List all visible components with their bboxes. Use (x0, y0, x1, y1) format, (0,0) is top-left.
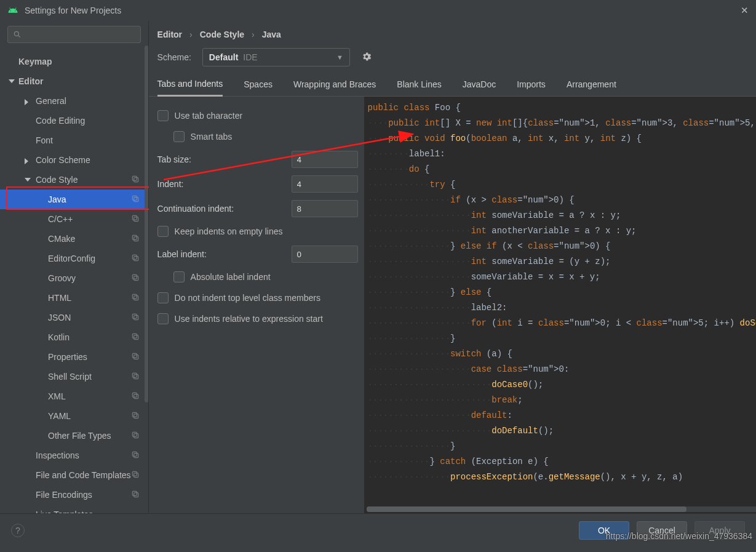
tab-arrangement[interactable]: Arrangement (567, 79, 616, 95)
sidebar-item-html[interactable]: HTML (0, 288, 148, 308)
sidebar-item-editorconfig[interactable]: EditorConfig (0, 249, 148, 268)
scheme-label: Scheme: (157, 52, 191, 62)
keep-indents-empty-row[interactable]: Keep indents on empty lines (157, 221, 358, 242)
copy-icon (131, 234, 140, 244)
indent-label: Indent: (157, 179, 292, 189)
sidebar-item-label: C/C++ (48, 214, 131, 224)
sidebar-item-label: XML (48, 391, 131, 401)
copy-icon (131, 411, 140, 422)
no-top-level-row[interactable]: Do not indent top level class members (157, 287, 358, 308)
checkbox[interactable] (173, 131, 185, 142)
code-line: ····················label2: (368, 300, 756, 316)
code-line: ····public int[] X = new int[]{class="nu… (368, 116, 756, 131)
indent-form: Use tab character Smart tabs Tab size: I… (149, 97, 364, 513)
sidebar-item-live-templates[interactable]: Live Templates (0, 505, 148, 513)
tab-size-input[interactable] (292, 151, 358, 168)
sidebar-item-groovy[interactable]: Groovy (0, 268, 148, 288)
close-icon[interactable]: ✕ (741, 5, 749, 16)
search-field[interactable] (22, 30, 135, 39)
tab-imports[interactable]: Imports (517, 79, 546, 95)
sidebar-item-json[interactable]: JSON (0, 308, 148, 327)
svg-rect-35 (132, 491, 137, 495)
gear-icon[interactable] (361, 51, 372, 64)
svg-rect-22 (133, 374, 138, 378)
sidebar-item-color-scheme[interactable]: Color Scheme (0, 150, 148, 170)
breadcrumb-item[interactable]: Code Style (200, 30, 244, 39)
svg-rect-26 (133, 414, 138, 418)
copy-icon (131, 470, 140, 481)
label-indent-input[interactable] (292, 246, 358, 263)
sidebar-item-c-c-[interactable]: C/C++ (0, 209, 148, 229)
sidebar-item-other-file-types[interactable]: Other File Types (0, 426, 148, 446)
tab-blank-lines[interactable]: Blank Lines (397, 79, 441, 95)
titlebar: Settings for New Projects ✕ (0, 0, 756, 21)
svg-rect-10 (133, 256, 138, 260)
sidebar-item-label: JSON (48, 313, 131, 322)
sidebar-item-cmake[interactable]: CMake (0, 229, 148, 249)
horizontal-scrollbar[interactable] (367, 506, 756, 512)
svg-rect-33 (132, 471, 137, 476)
svg-point-0 (14, 31, 18, 36)
sidebar-item-label: Shell Script (48, 372, 131, 382)
sidebar-item-label: Keymap (18, 57, 140, 66)
tab-javadoc[interactable]: JavaDoc (463, 79, 496, 95)
checkbox-label: Do not indent top level class members (175, 293, 320, 303)
sidebar-item-keymap[interactable]: Keymap (0, 52, 148, 71)
sidebar-item-editor[interactable]: Editor (0, 71, 148, 91)
sidebar-item-code-style[interactable]: Code Style (0, 170, 148, 190)
cancel-button[interactable]: Cancel (637, 521, 687, 540)
checkbox[interactable] (157, 292, 169, 303)
copy-icon (131, 175, 140, 185)
sidebar: KeymapEditorGeneralCode EditingFontColor… (0, 21, 149, 513)
sidebar-scrollbar[interactable] (145, 46, 148, 402)
code-line: ····public void foo(boolean a, int x, in… (368, 131, 756, 146)
help-icon[interactable]: ? (11, 524, 25, 537)
tab-tabs-and-indents[interactable]: Tabs and Indents (157, 79, 223, 97)
copy-icon (131, 273, 140, 284)
checkbox[interactable] (173, 271, 185, 282)
sidebar-item-yaml[interactable]: YAML (0, 406, 148, 426)
sidebar-item-code-editing[interactable]: Code Editing (0, 111, 148, 130)
ok-button[interactable]: OK (579, 521, 629, 540)
scheme-select[interactable]: Default IDE ▼ (202, 48, 350, 66)
copy-icon (131, 450, 140, 461)
sidebar-item-font[interactable]: Font (0, 130, 148, 150)
svg-rect-5 (132, 196, 137, 200)
sidebar-item-label: EditorConfig (48, 254, 131, 263)
scrollbar-thumb[interactable] (367, 506, 686, 512)
sidebar-item-shell-script[interactable]: Shell Script (0, 367, 148, 386)
svg-rect-23 (132, 373, 137, 377)
sidebar-item-java[interactable]: Java (0, 190, 148, 209)
sidebar-item-xml[interactable]: XML (0, 386, 148, 406)
indent-input[interactable] (292, 175, 358, 193)
sidebar-item-file-encodings[interactable]: File Encodings (0, 485, 148, 505)
android-icon (7, 5, 18, 16)
sidebar-item-inspections[interactable]: Inspections (0, 446, 148, 465)
search-input[interactable] (7, 26, 141, 43)
checkbox-label: Use indents relative to expression start (175, 314, 323, 324)
checkbox[interactable] (157, 313, 169, 324)
code-line: ····················default: (368, 408, 756, 423)
continuation-indent-input[interactable] (292, 200, 358, 217)
continuation-indent-label: Continuation indent: (157, 204, 292, 214)
svg-line-1 (18, 36, 20, 38)
checkbox[interactable] (157, 226, 169, 237)
sidebar-item-file-and-code-templates[interactable]: File and Code Templates (0, 465, 148, 485)
tab-spaces[interactable]: Spaces (244, 79, 273, 95)
sidebar-item-kotlin[interactable]: Kotlin (0, 327, 148, 347)
checkbox[interactable] (157, 110, 169, 121)
relative-expr-row[interactable]: Use indents relative to expression start (157, 308, 358, 329)
apply-button[interactable]: Apply (694, 521, 745, 540)
svg-rect-2 (133, 177, 138, 182)
use-tab-char-row[interactable]: Use tab character (157, 105, 358, 126)
sidebar-item-properties[interactable]: Properties (0, 347, 148, 367)
smart-tabs-row[interactable]: Smart tabs (157, 126, 358, 147)
breadcrumb-item[interactable]: Editor (157, 30, 182, 39)
code-line: ····················case class="num">0: (368, 362, 756, 377)
sidebar-item-general[interactable]: General (0, 91, 148, 111)
absolute-label-indent-row[interactable]: Absolute label indent (157, 266, 358, 287)
copy-icon (131, 352, 140, 362)
breadcrumb-item[interactable]: Java (262, 30, 281, 39)
sidebar-item-label: Properties (48, 352, 131, 362)
tab-wrapping-and-braces[interactable]: Wrapping and Braces (293, 79, 376, 95)
